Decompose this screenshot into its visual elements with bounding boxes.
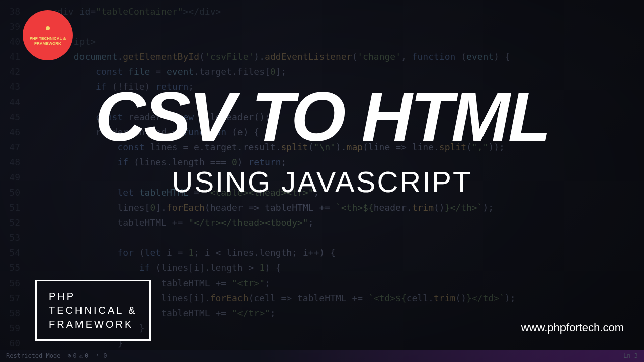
brand-line2: TECHNICAL & (49, 303, 137, 317)
title-main: CSV TO HTML (0, 83, 644, 150)
brand-logo-circle: PHP TECHNICAL & FRAMEWORK (23, 10, 73, 60)
title-subtitle: USING JAVASCRIPT (0, 165, 644, 199)
website-url: www.phpfortech.com (521, 321, 624, 334)
main-title-block: CSV TO HTML USING JAVASCRIPT (0, 83, 644, 199)
logo-text-line1: PHP TECHNICAL & (30, 36, 66, 41)
brand-line3: FRAMEWORK (49, 317, 137, 331)
brand-line1: PHP (49, 289, 137, 303)
brand-box: PHP TECHNICAL & FRAMEWORK (35, 280, 151, 341)
logo-text-line2: FRAMEWORK (34, 41, 61, 46)
logo-icon (43, 24, 53, 34)
